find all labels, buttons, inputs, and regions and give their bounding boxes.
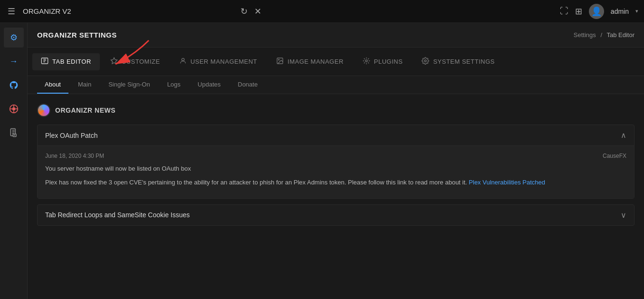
sub-tabs: About Main Single Sign-On Logs Updates D… [28, 76, 644, 94]
user-management-icon [179, 57, 187, 67]
close-icon[interactable]: ✕ [254, 6, 261, 17]
sidebar-item-docs[interactable] [4, 123, 24, 143]
tab-plugins[interactable]: PLUGINS [354, 53, 412, 70]
svg-point-1 [12, 107, 15, 111]
tab-editor-icon [41, 57, 48, 67]
tab-image-manager[interactable]: IMAGE MANAGER [268, 53, 352, 70]
sidebar-item-settings[interactable]: ⚙ [4, 28, 24, 48]
system-settings-icon [422, 57, 429, 67]
chevron-down-icon: ∨ [621, 211, 626, 220]
user-dropdown-icon[interactable]: ▾ [635, 8, 638, 14]
news-item-meta-plex-oauth: June 18, 2020 4:30 PM CauseFX [45, 153, 626, 159]
main-content: ORGANIZR SETTINGS Settings / Tab Editor … [28, 23, 644, 299]
compare-icon[interactable]: ⊞ [575, 6, 582, 17]
news-item-text-2: Plex has now fixed the 3 open CVE's pert… [45, 178, 626, 188]
sidebar-item-support[interactable] [4, 99, 24, 119]
news-item-header-tab-redirect[interactable]: Tab Redirect Loops and SameSite Cookie I… [38, 205, 634, 225]
breadcrumb-parent: Settings [574, 31, 596, 39]
image-manager-label: IMAGE MANAGER [288, 58, 344, 65]
plugins-label: PLUGINS [374, 58, 403, 65]
sub-tab-sso[interactable]: Single Sign-On [101, 76, 157, 94]
content-area: ORGANIZR NEWS Plex OAuth Patch ∧ June 18… [28, 94, 644, 299]
news-item-header-plex-oauth[interactable]: Plex OAuth Patch ∧ [38, 125, 634, 145]
username-label[interactable]: admin [611, 8, 629, 15]
tab-user-management[interactable]: USER MANAGEMENT [171, 53, 266, 70]
news-item-title-plex-oauth: Plex OAuth Patch [45, 132, 98, 139]
user-management-label: USER MANAGEMENT [191, 58, 257, 65]
tab-editor-label: TAB EDITOR [52, 58, 91, 65]
svg-point-9 [182, 58, 184, 60]
tab-system-settings[interactable]: SYSTEM SETTINGS [413, 53, 503, 70]
menu-icon[interactable]: ☰ [6, 4, 17, 19]
tab-tab-editor[interactable]: TAB EDITOR [32, 53, 100, 70]
app-title: ORGANIZR V2 [23, 7, 235, 15]
news-item-date: June 18, 2020 4:30 PM [45, 153, 104, 159]
plugins-icon [363, 57, 370, 67]
news-item-tab-redirect: Tab Redirect Loops and SameSite Cookie I… [37, 204, 634, 226]
customize-label: CUSTOMIZE [122, 58, 160, 65]
expand-icon[interactable]: ⛶ [560, 6, 568, 16]
sub-tab-logs[interactable]: Logs [160, 76, 188, 94]
news-title: ORGANIZR NEWS [55, 106, 115, 114]
chevron-up-icon: ∧ [621, 131, 626, 140]
settings-header: ORGANIZR SETTINGS Settings / Tab Editor [28, 23, 644, 48]
system-settings-label: SYSTEM SETTINGS [433, 58, 495, 65]
sub-tab-main[interactable]: Main [70, 76, 99, 94]
news-item-plex-oauth: Plex OAuth Patch ∧ June 18, 2020 4:30 PM… [37, 125, 634, 199]
svg-point-13 [424, 60, 426, 62]
sidebar-item-arrow[interactable]: → [4, 51, 24, 71]
svg-point-11 [279, 59, 279, 60]
breadcrumb: Settings / Tab Editor [574, 31, 634, 39]
organizr-news-icon [37, 104, 50, 117]
news-item-text-1: You server hostname will now be listed o… [45, 164, 626, 174]
image-manager-icon [276, 57, 284, 67]
breadcrumb-current: Tab Editor [606, 31, 634, 39]
refresh-icon[interactable]: ↻ [240, 6, 248, 17]
svg-point-12 [365, 60, 367, 62]
sub-tab-about[interactable]: About [37, 76, 68, 94]
sub-tab-updates[interactable]: Updates [190, 76, 228, 94]
news-item-body-plex-oauth: June 18, 2020 4:30 PM CauseFX You server… [38, 145, 634, 198]
news-item-title-tab-redirect: Tab Redirect Loops and SameSite Cookie I… [45, 211, 190, 219]
sidebar-item-github[interactable] [4, 75, 24, 95]
nav-tabs: TAB EDITOR CUSTOMIZE USER MANAGEMENT IMA… [28, 48, 644, 76]
plex-vulnerabilities-link[interactable]: Plex Vulnerabilities Patched [469, 179, 545, 186]
tab-customize[interactable]: CUSTOMIZE [102, 53, 169, 70]
news-header: ORGANIZR NEWS [37, 104, 634, 117]
settings-title: ORGANIZR SETTINGS [37, 31, 117, 39]
avatar: 👤 [589, 4, 604, 19]
customize-icon [110, 57, 118, 67]
sub-tab-donate[interactable]: Donate [230, 76, 265, 94]
sidebar: ⚙ → [0, 23, 28, 299]
breadcrumb-separator: / [600, 31, 602, 39]
news-item-author: CauseFX [603, 153, 626, 159]
